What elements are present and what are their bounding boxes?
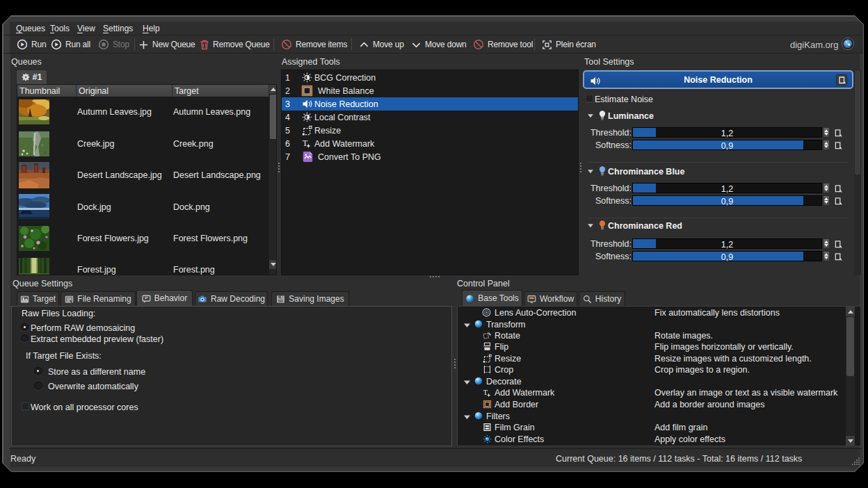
- svg-text:T: T: [303, 138, 308, 148]
